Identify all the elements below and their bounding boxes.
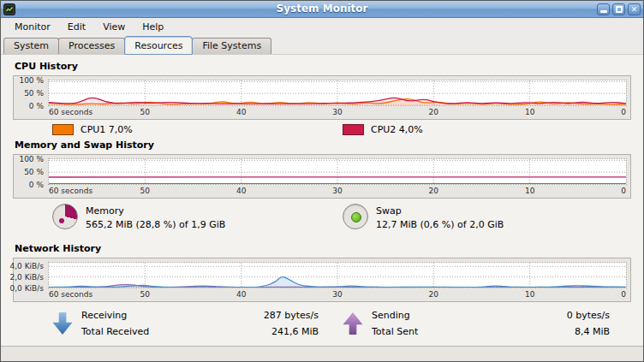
memory-swap-history-title: Memory and Swap History xyxy=(15,139,629,151)
x-axis-tick-label: 20 xyxy=(429,290,438,299)
memory-legend-item: Memory 565,2 MiB (28,8 %) of 1,9 GiB xyxy=(13,204,322,232)
receiving-value: 287 bytes/s xyxy=(264,307,319,323)
maximize-icon xyxy=(616,6,623,13)
y-axis-tick-label: 0 % xyxy=(29,102,44,110)
tab-file-systems[interactable]: File Systems xyxy=(192,38,271,54)
y-axis-tick-label: 4,0 KiB/s xyxy=(10,262,44,270)
network-y-axis: 4,0 KiB/s2,0 KiB/s0,0 KiB/s xyxy=(14,262,45,288)
x-axis-tick-label: 0 xyxy=(621,290,626,299)
memory-swap-chart xyxy=(49,159,626,184)
x-axis-tick-label: 30 xyxy=(332,187,342,195)
menu-edit[interactable]: Edit xyxy=(59,19,94,35)
x-axis-tick-label: 10 xyxy=(525,108,534,116)
y-axis-tick-label: 0,0 KiB/s xyxy=(10,284,44,293)
memory-x-axis: 60 seconds50403020100 xyxy=(49,186,626,197)
titlebar[interactable]: System Monitor ✕ xyxy=(1,1,643,18)
x-axis-tick-label: 60 seconds xyxy=(49,290,92,299)
menu-help[interactable]: Help xyxy=(134,19,172,35)
system-monitor-window: System Monitor ✕ Monitor Edit View Help … xyxy=(0,0,644,362)
network-x-axis: 60 seconds50403020100 xyxy=(49,289,626,300)
receiving-legend: Receiving 287 bytes/s Total Received 241… xyxy=(13,307,322,340)
swap-legend-item: Swap 12,7 MiB (0,6 %) of 2,0 GiB xyxy=(322,204,631,232)
memory-y-axis: 100 %50 %0 % xyxy=(14,158,45,185)
memory-detail: 565,2 MiB (28,8 %) of 1,9 GiB xyxy=(86,218,225,232)
y-axis-tick-label: 50 % xyxy=(24,168,44,176)
x-axis-tick-label: 30 xyxy=(332,290,342,299)
memory-label: Memory xyxy=(86,205,225,218)
memory-plot-area xyxy=(48,158,627,185)
x-axis-tick-label: 60 seconds xyxy=(49,187,92,195)
total-sent-label: Total Sent xyxy=(372,323,567,340)
cpu-history-title: CPU History xyxy=(15,61,629,72)
cpu2-legend-label: CPU2 4,0% xyxy=(371,124,423,135)
cpu-plot-area xyxy=(48,80,627,106)
memory-swap-graph: 100 %50 %0 % 60 seconds50403020100 xyxy=(13,154,631,199)
y-axis-tick-label: 50 % xyxy=(24,89,44,98)
sending-up-arrow-icon xyxy=(343,312,363,335)
tab-processes[interactable]: Processes xyxy=(58,38,125,54)
status-bar xyxy=(1,346,643,361)
x-axis-tick-label: 30 xyxy=(332,108,342,116)
menu-view[interactable]: View xyxy=(94,19,134,35)
receiving-down-arrow-icon xyxy=(52,312,73,335)
receiving-label: Receiving xyxy=(81,307,264,323)
minimize-icon xyxy=(600,10,607,13)
x-axis-tick-label: 40 xyxy=(236,187,246,195)
window-title: System Monitor xyxy=(1,1,643,17)
total-sent-value: 8,4 MiB xyxy=(567,323,610,340)
cpu2-legend-item: CPU2 4,0% xyxy=(322,124,631,135)
window-controls: ✕ xyxy=(597,3,641,15)
x-axis-tick-label: 0 xyxy=(621,187,626,195)
x-axis-tick-label: 40 xyxy=(236,290,246,299)
swap-pie-icon xyxy=(343,204,368,229)
sending-legend: Sending 0 bytes/s Total Sent 8,4 MiB xyxy=(322,307,631,340)
menu-monitor[interactable]: Monitor xyxy=(6,19,59,35)
x-axis-tick-label: 0 xyxy=(621,108,626,116)
resources-panel: CPU History 100 %50 %0 % 60 seconds50403… xyxy=(1,54,643,346)
x-axis-tick-label: 50 xyxy=(140,187,150,195)
cpu-x-axis: 60 seconds50403020100 xyxy=(49,107,626,118)
maximize-button[interactable] xyxy=(612,3,625,15)
x-axis-tick-label: 20 xyxy=(429,187,438,195)
total-received-label: Total Received xyxy=(81,323,264,340)
network-history-title: Network History xyxy=(15,243,629,254)
tab-system[interactable]: System xyxy=(3,38,59,54)
x-axis-tick-label: 10 xyxy=(525,290,534,299)
x-axis-tick-label: 50 xyxy=(140,108,150,116)
network-chart xyxy=(49,263,626,288)
cpu1-color-swatch xyxy=(52,124,74,135)
minimize-button[interactable] xyxy=(597,3,610,15)
x-axis-tick-label: 40 xyxy=(236,108,246,116)
cpu-history-graph: 100 %50 %0 % 60 seconds50403020100 xyxy=(13,75,631,120)
x-axis-tick-label: 50 xyxy=(140,290,150,299)
menubar: Monitor Edit View Help xyxy=(1,18,643,35)
x-axis-tick-label: 10 xyxy=(525,187,534,195)
network-legend: Receiving 287 bytes/s Total Received 241… xyxy=(13,307,631,340)
system-monitor-app-icon xyxy=(3,3,15,15)
tab-bar: System Processes Resources File Systems xyxy=(1,35,643,54)
y-axis-tick-label: 0 % xyxy=(29,181,44,189)
cpu-y-axis: 100 %50 %0 % xyxy=(14,80,45,106)
network-graph: 4,0 KiB/s2,0 KiB/s0,0 KiB/s 60 seconds50… xyxy=(13,258,631,302)
swap-detail: 12,7 MiB (0,6 %) of 2,0 GiB xyxy=(376,218,504,232)
memory-pie-icon xyxy=(52,204,78,229)
tab-resources[interactable]: Resources xyxy=(124,36,193,55)
sending-value: 0 bytes/s xyxy=(567,307,610,323)
swap-label: Swap xyxy=(376,205,504,218)
x-axis-tick-label: 20 xyxy=(429,108,438,116)
y-axis-tick-label: 100 % xyxy=(19,155,44,163)
total-received-value: 241,6 MiB xyxy=(264,323,319,340)
y-axis-tick-label: 2,0 KiB/s xyxy=(10,273,44,282)
sending-label: Sending xyxy=(372,307,567,323)
close-icon: ✕ xyxy=(631,5,638,14)
cpu-chart xyxy=(49,80,626,105)
close-button[interactable]: ✕ xyxy=(628,3,641,15)
y-axis-tick-label: 100 % xyxy=(19,76,44,85)
x-axis-tick-label: 60 seconds xyxy=(49,108,92,116)
cpu1-legend-item: CPU1 7,0% xyxy=(13,124,322,135)
cpu1-legend-label: CPU1 7,0% xyxy=(80,124,133,135)
cpu2-color-swatch xyxy=(343,124,364,135)
memory-pie-dot xyxy=(59,218,64,223)
cpu-legend: CPU1 7,0% CPU2 4,0% xyxy=(13,124,631,135)
network-plot-area xyxy=(48,262,627,288)
